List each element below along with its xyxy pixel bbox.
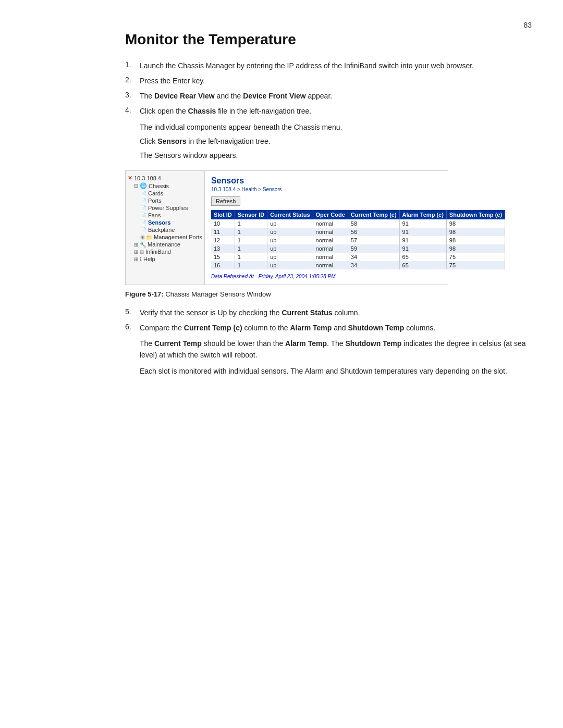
sensors-heading: Sensors bbox=[211, 176, 505, 186]
doc-icon-power: 📄 bbox=[140, 205, 146, 211]
step-5: 5. Verify that the sensor is Up by check… bbox=[125, 307, 532, 318]
table-row: 131upnormal599198 bbox=[211, 244, 505, 253]
plus-icon-mgmt: ⊞ bbox=[140, 235, 144, 240]
step-2: 2. Press the Enter key. bbox=[125, 76, 532, 87]
nav-ports-label: Ports bbox=[148, 198, 162, 204]
screenshot-sensors: ✕ 10.3.108.4 ⊟ 🌐 Chassis 📄 Cards 📄 Ports bbox=[125, 170, 448, 285]
plus-icon-maintenance: ⊞ bbox=[134, 242, 138, 248]
page-number: 83 bbox=[523, 21, 532, 29]
nav-ip-label: 10.3.108.4 bbox=[134, 175, 161, 181]
nav-chassis: ⊟ 🌐 Chassis bbox=[128, 182, 202, 190]
doc-icon-ports: 📄 bbox=[140, 198, 146, 204]
folder-icon-mgmt: 📁 bbox=[146, 235, 152, 240]
nav-fans: 📄 Fans bbox=[128, 212, 202, 219]
nav-cards-label: Cards bbox=[148, 190, 163, 196]
step-6: 6. Compare the Current Temp (c) column t… bbox=[125, 323, 532, 334]
hash-icon: ⊞ bbox=[140, 249, 144, 255]
nav-backplane-label: Backplane bbox=[148, 227, 175, 233]
page-title: Monitor the Temperature bbox=[125, 31, 532, 48]
nav-sensors[interactable]: 📄 Sensors bbox=[128, 219, 202, 226]
table-row: 101upnormal589198 bbox=[211, 219, 505, 228]
step-3: 3. The Device Rear View and the Device F… bbox=[125, 91, 532, 102]
nav-mgmt-label: Management Ports bbox=[154, 234, 202, 240]
table-row: 121upnormal579198 bbox=[211, 236, 505, 244]
nav-backplane: 📄 Backplane bbox=[128, 226, 202, 233]
circle-i-icon: ℹ bbox=[140, 256, 142, 262]
col-oper-code: Oper Code bbox=[313, 210, 348, 219]
plus-icon-infiniband: ⊞ bbox=[134, 249, 138, 255]
lower-para-1: The Current Temp should be lower than th… bbox=[140, 338, 532, 361]
nav-ip: ✕ 10.3.108.4 bbox=[128, 174, 202, 182]
col-current-status: Current Status bbox=[267, 210, 313, 219]
nav-management-ports: ⊞ 📁 Management Ports bbox=[128, 233, 202, 241]
table-row: 161upnormal346575 bbox=[211, 261, 505, 269]
step-4: 4. Click open the Chassis file in the le… bbox=[125, 106, 532, 117]
nav-power-label: Power Supplies bbox=[148, 205, 188, 211]
minus-icon: ⊟ bbox=[134, 183, 138, 189]
figure-caption: Figure 5-17: Chassis Manager Sensors Win… bbox=[125, 290, 532, 298]
nav-fans-label: Fans bbox=[148, 212, 161, 218]
figure-text: Chassis Manager Sensors Window bbox=[164, 290, 271, 298]
nav-maintenance-label: Maintenance bbox=[148, 241, 180, 248]
col-slot-id: Slot ID bbox=[211, 210, 235, 219]
doc-icon-cards: 📄 bbox=[140, 191, 146, 196]
col-current-temp: Current Temp (c) bbox=[348, 210, 399, 219]
breadcrumb: 10.3.108.4 > Health > Sensors bbox=[211, 187, 505, 192]
nav-infiniband-label: InfiniBand bbox=[145, 249, 171, 255]
refresh-button[interactable]: Refresh bbox=[211, 196, 241, 206]
x-icon: ✕ bbox=[128, 175, 132, 181]
globe-icon: 🌐 bbox=[140, 182, 147, 189]
plus-icon-help: ⊞ bbox=[134, 256, 138, 262]
nav-chassis-label: Chassis bbox=[149, 183, 169, 189]
indent-line-3: The Sensors window appears. bbox=[140, 150, 532, 161]
nav-power-supplies: 📄 Power Supplies bbox=[128, 204, 202, 212]
nav-sensors-label: Sensors bbox=[148, 219, 170, 226]
table-header-row: Slot ID Sensor ID Current Status Oper Co… bbox=[211, 210, 505, 219]
content-panel: Sensors 10.3.108.4 > Health > Sensors Re… bbox=[205, 171, 511, 285]
nav-help-label: Help bbox=[143, 256, 155, 262]
nav-help: ⊞ ℹ Help bbox=[128, 255, 202, 263]
nav-infiniband: ⊞ ⊞ InfiniBand bbox=[128, 248, 202, 255]
table-row: 111upnormal569198 bbox=[211, 228, 505, 236]
nav-maintenance: ⊞ 🔧 Maintenance bbox=[128, 241, 202, 248]
step-1: 1. Launch the Chassis Manager by enterin… bbox=[125, 60, 532, 71]
table-row: 151upnormal346575 bbox=[211, 253, 505, 261]
indent-line-1: The individual components appear beneath… bbox=[140, 122, 532, 133]
doc-icon-fans: 📄 bbox=[140, 213, 146, 218]
data-refreshed-text: Data Refreshed At - Friday, April 23, 20… bbox=[211, 274, 505, 279]
col-sensor-id: Sensor ID bbox=[235, 210, 267, 219]
sensors-table: Slot ID Sensor ID Current Status Oper Co… bbox=[211, 210, 505, 269]
nav-cards: 📄 Cards bbox=[128, 190, 202, 197]
nav-ports: 📄 Ports bbox=[128, 197, 202, 204]
figure-number: Figure 5-17: bbox=[125, 290, 164, 298]
col-shutdown-temp: Shutdown Temp (c) bbox=[446, 210, 505, 219]
lower-para-2: Each slot is monitored with individual s… bbox=[140, 365, 532, 377]
indent-line-2: Click Sensors in the left-navigation tre… bbox=[140, 136, 532, 147]
doc-icon-sensors: 📄 bbox=[140, 220, 146, 226]
doc-icon-backplane: 📄 bbox=[140, 227, 146, 233]
wrench-icon: 🔧 bbox=[140, 242, 146, 248]
nav-panel: ✕ 10.3.108.4 ⊟ 🌐 Chassis 📄 Cards 📄 Ports bbox=[126, 171, 205, 285]
col-alarm-temp: Alarm Temp (c) bbox=[399, 210, 446, 219]
